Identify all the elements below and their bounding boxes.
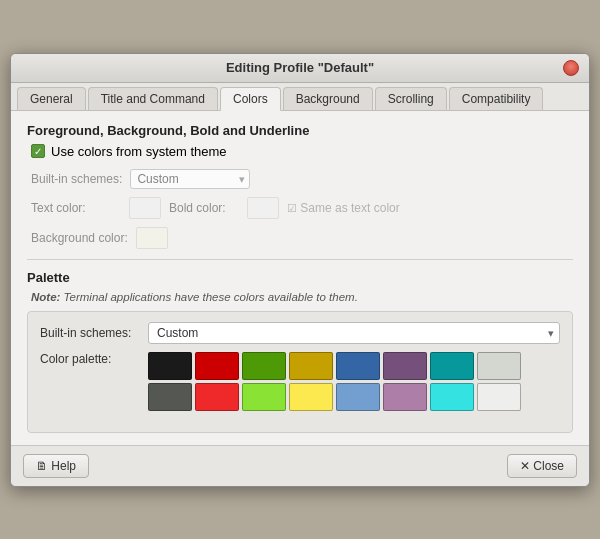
text-color-row: Text color: Bold color: ☑ Same as text c… <box>27 197 573 219</box>
system-theme-checkbox[interactable]: ✓ <box>31 144 45 158</box>
bg-color-label: Background color: <box>31 231 128 245</box>
color-grid <box>148 352 521 414</box>
built-in-schemes-label-fg: Built-in schemes: <box>31 172 122 186</box>
color-grid-row-2 <box>148 383 521 411</box>
section1-title: Foreground, Background, Bold and Underli… <box>27 123 573 138</box>
content-area: Foreground, Background, Bold and Underli… <box>11 111 589 445</box>
main-window: Editing Profile "Default" General Title … <box>10 53 590 487</box>
color-cell-1-4[interactable] <box>336 383 380 411</box>
palette-built-in-row: Built-in schemes: Custom <box>40 322 560 344</box>
tab-compatibility[interactable]: Compatibility <box>449 87 544 110</box>
built-in-schemes-dropdown-fg[interactable]: Custom <box>130 169 250 189</box>
tab-background[interactable]: Background <box>283 87 373 110</box>
tab-general[interactable]: General <box>17 87 86 110</box>
titlebar: Editing Profile "Default" <box>11 54 589 83</box>
bold-color-swatch[interactable] <box>247 197 279 219</box>
close-button-titlebar[interactable] <box>563 60 579 76</box>
tab-scrolling[interactable]: Scrolling <box>375 87 447 110</box>
window-title: Editing Profile "Default" <box>37 60 563 75</box>
palette-built-in-dropdown[interactable]: Custom <box>148 322 560 344</box>
footer: 🗎 Help ✕ Close <box>11 445 589 486</box>
help-button[interactable]: 🗎 Help <box>23 454 89 478</box>
color-cell-1-0[interactable] <box>148 383 192 411</box>
color-cell-0-7[interactable] <box>477 352 521 380</box>
tab-colors[interactable]: Colors <box>220 87 281 111</box>
color-cell-0-6[interactable] <box>430 352 474 380</box>
color-cell-0-3[interactable] <box>289 352 333 380</box>
bold-color-label: Bold color: <box>169 201 239 215</box>
use-system-theme-label: Use colors from system theme <box>51 144 227 159</box>
palette-built-in-label: Built-in schemes: <box>40 326 140 340</box>
color-palette-label: Color palette: <box>40 352 140 366</box>
color-cell-1-5[interactable] <box>383 383 427 411</box>
close-icon: ✕ <box>520 459 533 473</box>
close-label: Close <box>533 459 564 473</box>
tab-title-command[interactable]: Title and Command <box>88 87 218 110</box>
color-cell-1-1[interactable] <box>195 383 239 411</box>
note-text: Terminal applications have these colors … <box>64 291 358 303</box>
built-in-schemes-dropdown-fg-wrapper: Custom <box>130 169 250 189</box>
color-cell-1-6[interactable] <box>430 383 474 411</box>
color-palette-row: Color palette: <box>40 352 560 414</box>
same-as-text-label: ☑ Same as text color <box>287 201 400 215</box>
color-cell-0-1[interactable] <box>195 352 239 380</box>
built-in-schemes-row-fg: Built-in schemes: Custom <box>27 169 573 189</box>
color-cell-0-4[interactable] <box>336 352 380 380</box>
use-system-theme-row: ✓ Use colors from system theme <box>27 144 573 159</box>
note-bold: Note: <box>31 291 60 303</box>
color-cell-0-0[interactable] <box>148 352 192 380</box>
palette-note: Note: Terminal applications have these c… <box>27 291 573 303</box>
close-button[interactable]: ✕ Close <box>507 454 577 478</box>
bg-color-row: Background color: <box>27 227 573 249</box>
color-cell-1-7[interactable] <box>477 383 521 411</box>
color-cell-1-3[interactable] <box>289 383 333 411</box>
palette-dropdown-wrapper: Custom <box>148 322 560 344</box>
text-color-label: Text color: <box>31 201 121 215</box>
color-cell-1-2[interactable] <box>242 383 286 411</box>
text-color-swatch[interactable] <box>129 197 161 219</box>
color-cell-0-2[interactable] <box>242 352 286 380</box>
section2-title: Palette <box>27 270 573 285</box>
color-grid-row-1 <box>148 352 521 380</box>
tab-bar: General Title and Command Colors Backgro… <box>11 83 589 111</box>
help-label: Help <box>51 459 76 473</box>
palette-section: Built-in schemes: Custom Color palette: <box>27 311 573 433</box>
help-icon: 🗎 <box>36 459 51 473</box>
bg-color-swatch[interactable] <box>136 227 168 249</box>
section-divider <box>27 259 573 260</box>
color-cell-0-5[interactable] <box>383 352 427 380</box>
